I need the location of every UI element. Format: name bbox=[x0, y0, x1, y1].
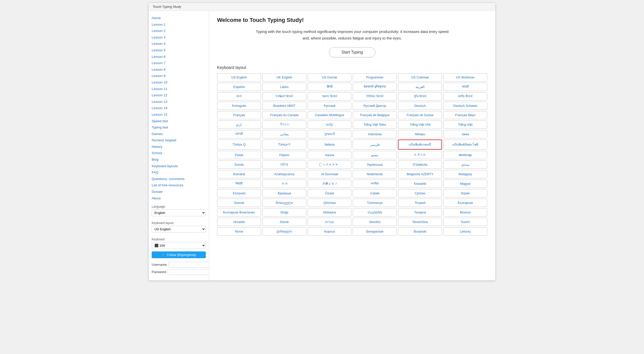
layout-btn-100[interactable]: Bosanski bbox=[398, 227, 442, 236]
layout-btn-0[interactable]: US English bbox=[217, 73, 261, 81]
layout-btn-24[interactable]: Français bbox=[217, 111, 261, 119]
layout-btn-31[interactable]: తెలుగు bbox=[262, 120, 306, 129]
layout-btn-59[interactable]: سنڌي bbox=[443, 160, 487, 169]
start-typing-button[interactable]: Start Typing bbox=[329, 47, 375, 57]
layout-btn-41[interactable]: Jawa bbox=[443, 130, 487, 138]
layout-btn-37[interactable]: پنجابی bbox=[262, 130, 306, 138]
layout-btn-29[interactable]: Français Bépo bbox=[443, 111, 487, 119]
layout-btn-62[interactable]: Af-Soomaali bbox=[308, 170, 352, 178]
layout-btn-61[interactable]: Azərbaycanca bbox=[262, 170, 306, 178]
layout-btn-83[interactable]: Български bbox=[443, 199, 487, 207]
layout-btn-58[interactable]: O'zbekcha bbox=[398, 160, 442, 169]
sidebar-item-speed-test[interactable]: Speed test bbox=[152, 118, 206, 124]
layout-btn-87[interactable]: Հայերեն bbox=[353, 208, 397, 216]
sidebar-item-typing-test[interactable]: Typing test bbox=[152, 124, 206, 131]
layout-btn-96[interactable]: Norsk bbox=[217, 227, 261, 236]
layout-btn-27[interactable]: Français de Belgique bbox=[353, 111, 397, 119]
layout-btn-38[interactable]: ગુજરાતી bbox=[308, 130, 352, 138]
layout-btn-101[interactable]: Lietuvių bbox=[443, 227, 487, 236]
layout-btn-90[interactable]: Hrvatski bbox=[217, 218, 261, 226]
layout-btn-48[interactable]: Polski bbox=[217, 151, 261, 159]
layout-btn-56[interactable]: မြန်မာဘာသာ bbox=[308, 160, 352, 169]
layout-btn-35[interactable]: Tiếng Việt bbox=[443, 120, 487, 129]
layout-btn-15[interactable]: ইউনিজয় কিবোর্ড bbox=[353, 92, 397, 101]
layout-btn-43[interactable]: Türkçe F bbox=[262, 140, 306, 150]
sidebar-item-lesson-1[interactable]: Lesson 1 bbox=[152, 21, 206, 28]
layout-btn-70[interactable]: Kiswahili bbox=[398, 180, 442, 188]
sidebar-item-lesson-14[interactable]: Lesson 14 bbox=[152, 105, 206, 111]
sidebar-item-lesson-10[interactable]: Lesson 10 bbox=[152, 79, 206, 86]
layout-btn-80[interactable]: Qhichwa bbox=[308, 199, 352, 207]
layout-btn-97[interactable]: ქართული bbox=[262, 227, 306, 236]
layout-btn-55[interactable]: ଓଡ଼ିଆ bbox=[262, 160, 306, 169]
password-input[interactable] bbox=[168, 269, 209, 275]
sidebar-item-lesson-4[interactable]: Lesson 4 bbox=[152, 40, 206, 47]
layout-btn-84[interactable]: Български Фонетичен bbox=[217, 208, 261, 216]
layout-btn-76[interactable]: Српски bbox=[398, 189, 442, 197]
layout-btn-44[interactable]: Italiana bbox=[308, 140, 352, 150]
twitter-follow-button[interactable]: 🐦 Follow @typingstudy bbox=[152, 251, 206, 258]
layout-btn-86[interactable]: Afrikaans bbox=[308, 208, 352, 216]
layout-btn-6[interactable]: Español bbox=[217, 83, 261, 91]
layout-btn-92[interactable]: עברית bbox=[308, 218, 352, 226]
layout-btn-7[interactable]: Latino bbox=[262, 83, 306, 91]
layout-btn-28[interactable]: Français de Suisse bbox=[398, 111, 442, 119]
layout-btn-51[interactable]: پښتو bbox=[353, 151, 397, 159]
sidebar-item-lesson-2[interactable]: Lesson 2 bbox=[152, 28, 206, 34]
sidebar-item-school[interactable]: School bbox=[152, 150, 206, 156]
layout-btn-20[interactable]: Русский bbox=[308, 102, 352, 110]
layout-btn-16[interactable]: মুনির কিবোর্ড bbox=[398, 92, 442, 101]
layout-btn-72[interactable]: Ελληνική bbox=[217, 189, 261, 197]
layout-btn-42[interactable]: Türkçe Q bbox=[217, 140, 261, 150]
sidebar-item-lesson-11[interactable]: Lesson 11 bbox=[152, 86, 206, 92]
layout-btn-14[interactable]: প্রভাত কিবোর্ড bbox=[308, 92, 352, 101]
sidebar-item-lesson-15[interactable]: Lesson 15 bbox=[152, 111, 206, 118]
layout-btn-65[interactable]: Malagasy bbox=[443, 170, 487, 178]
layout-btn-98[interactable]: Кыргыз bbox=[308, 227, 352, 236]
layout-btn-49[interactable]: Filipino bbox=[262, 151, 306, 159]
layout-btn-73[interactable]: Қазақша bbox=[262, 189, 306, 197]
layout-btn-53[interactable]: മലയാളം bbox=[443, 151, 487, 159]
layout-btn-5[interactable]: US Workman bbox=[443, 73, 487, 81]
layout-btn-3[interactable]: Programmer bbox=[353, 73, 397, 81]
layout-btn-9[interactable]: देवनागरी इन्स्क्रिप्ट bbox=[353, 83, 397, 91]
layout-btn-19[interactable]: Brasileiro ABNT bbox=[262, 102, 306, 110]
sidebar-item-keyboard-layouts[interactable]: Keyboard layouts bbox=[152, 163, 206, 169]
sidebar-item-lesson-9[interactable]: Lesson 9 bbox=[152, 73, 206, 79]
layout-btn-60[interactable]: Română bbox=[217, 170, 261, 178]
layout-btn-45[interactable]: فارسی bbox=[353, 140, 397, 150]
layout-btn-67[interactable]: ဆဲၤဆဲၤ bbox=[262, 180, 306, 188]
keyboard-layout-select[interactable]: US English bbox=[152, 226, 206, 233]
layout-btn-4[interactable]: US Colemak bbox=[398, 73, 442, 81]
layout-btn-23[interactable]: Deutsch Schweiz bbox=[443, 102, 487, 110]
sidebar-item-faq[interactable]: FAQ bbox=[152, 169, 206, 176]
keyboard-select[interactable]: ⬛ 104 bbox=[152, 242, 206, 249]
sidebar-item-lesson-5[interactable]: Lesson 5 bbox=[152, 47, 206, 54]
sidebar-item-lesson-8[interactable]: Lesson 8 bbox=[152, 66, 206, 73]
sidebar-item-list-free-resources[interactable]: List of free resources bbox=[152, 182, 206, 189]
sidebar-item-about[interactable]: About bbox=[152, 195, 206, 202]
layout-btn-1[interactable]: UK English bbox=[262, 73, 306, 81]
layout-btn-94[interactable]: Slovenčina bbox=[398, 218, 442, 226]
layout-btn-78[interactable]: Svensk bbox=[217, 199, 261, 207]
layout-btn-34[interactable]: Tiếng Việt VNI bbox=[398, 120, 442, 129]
layout-btn-47[interactable]: แป้นพิมพ์ปัตตะโชติ bbox=[443, 140, 487, 150]
layout-btn-88[interactable]: Татарча bbox=[398, 208, 442, 216]
layout-btn-71[interactable]: Magyar bbox=[443, 180, 487, 188]
layout-btn-32[interactable]: தமிழ் bbox=[308, 120, 352, 129]
layout-btn-66[interactable]: नेपाली bbox=[217, 180, 261, 188]
sidebar-item-numeric-keypad[interactable]: Numeric keypad bbox=[152, 137, 206, 144]
layout-btn-77[interactable]: Srpski bbox=[443, 189, 487, 197]
layout-btn-68[interactable]: ភាសាខ្មែរ bbox=[308, 180, 352, 188]
layout-btn-93[interactable]: Sesotho bbox=[353, 218, 397, 226]
layout-btn-11[interactable]: मराठी bbox=[443, 83, 487, 91]
layout-btn-99[interactable]: Беларуская bbox=[353, 227, 397, 236]
layout-btn-25[interactable]: Français du Canada bbox=[262, 111, 306, 119]
layout-btn-63[interactable]: Nederlands bbox=[353, 170, 397, 178]
layout-btn-30[interactable]: اردو bbox=[217, 120, 261, 129]
layout-btn-69[interactable]: অসমীয়া bbox=[353, 180, 397, 188]
layout-btn-89[interactable]: Монгол bbox=[443, 208, 487, 216]
layout-btn-39[interactable]: Indonesia bbox=[353, 130, 397, 138]
username-input[interactable] bbox=[168, 262, 209, 268]
sidebar-item-lesson-6[interactable]: Lesson 6 bbox=[152, 54, 206, 60]
